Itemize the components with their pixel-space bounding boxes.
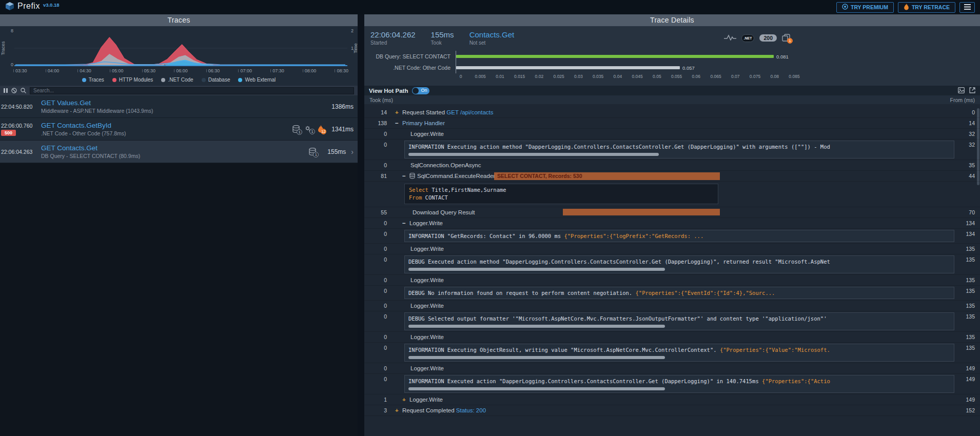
search-input[interactable] <box>30 87 354 94</box>
tree-link[interactable]: Status: 200 <box>456 407 486 413</box>
x-tick-mark <box>77 69 78 72</box>
tree-row[interactable]: 0135Logger.Write <box>364 301 980 311</box>
gears-icon: 1 <box>305 125 312 133</box>
pause-icon[interactable] <box>4 88 8 93</box>
log-message-box: INFORMATION Executed action "DapperLoggi… <box>404 375 954 393</box>
hotpath-highlight-bar: SELECT CONTACT, Records: 530 <box>494 172 720 180</box>
legend-item-database[interactable]: Database <box>202 77 230 83</box>
x-axis-label: 08:30 <box>335 68 348 73</box>
tree-row[interactable]: 0149INFORMATION Executed action "DapperL… <box>364 374 980 394</box>
tree-text: Logger.Write <box>409 220 443 226</box>
dotnet-badge: .NET <box>741 34 755 42</box>
tree-row[interactable]: 032Logger.Write <box>364 129 980 140</box>
from-cell: 135 <box>956 288 975 294</box>
axis-tick-label: 0.075 <box>750 74 760 79</box>
tree-row[interactable]: 140+Request Started GET /api/contacts <box>364 107 980 118</box>
took-cell: 0 <box>364 345 387 351</box>
trace-row[interactable]: 22:06:04.263GET Contacts.GetDB Query - S… <box>0 141 358 163</box>
from-cell: 135 <box>956 313 975 320</box>
tree-row[interactable]: 5570Download Query Result <box>364 207 980 218</box>
tree-row[interactable]: 8144−SqlCommand.ExecuteReaderAsyncSELECT… <box>364 171 980 182</box>
log-progress-bar <box>408 356 665 359</box>
legend-item-traces[interactable]: Traces <box>82 77 104 83</box>
open-external-icon[interactable] <box>969 86 975 95</box>
trace-details-panel: Trace Details 22:06:04.262 Started 155ms… <box>364 14 980 436</box>
trace-name-link[interactable]: Contacts.Get <box>469 30 515 39</box>
x-tick-mark <box>238 69 239 72</box>
trace-title-link[interactable]: GET Values.Get <box>41 99 329 107</box>
try-retrace-button[interactable]: TRY RETRACE <box>898 2 955 13</box>
tree-text: CONTACT <box>422 194 448 201</box>
tree-row-content: Logger.Write <box>410 130 955 138</box>
tree-row[interactable]: 0135Logger.Write <box>364 244 980 254</box>
clear-icon[interactable] <box>11 88 17 93</box>
took-cell: 0 <box>364 231 387 237</box>
tree-row[interactable]: 0135INFORMATION Executing ObjectResult, … <box>364 343 980 363</box>
x-tick-mark <box>142 69 143 72</box>
legend-item-http-modules[interactable]: HTTP Modules <box>112 77 153 83</box>
export-image-icon[interactable] <box>958 86 965 95</box>
hotpath-bar: View Hot Path On <box>364 86 980 95</box>
stack-icon[interactable]: 1 <box>782 34 790 42</box>
trace-row[interactable]: 22:06:00.760500GET Contacts.GetById.NET … <box>0 118 358 141</box>
tree-text: Primary Handler <box>402 120 445 126</box>
tree-row[interactable]: 0135DEBUG No information found on reques… <box>364 286 980 301</box>
menu-button[interactable] <box>959 2 975 13</box>
download-result-label: Download Query Result <box>413 209 475 215</box>
expander-minus-icon[interactable]: − <box>395 119 400 127</box>
tree-text: DEBUG No information found on request to… <box>408 290 636 296</box>
tree-row[interactable]: 0135DEBUG Selected output formatter '"Mi… <box>364 311 980 332</box>
tree-text: Logger.Write <box>410 246 444 252</box>
log-progress-bar <box>408 387 665 390</box>
from-cell: 152 <box>956 407 975 413</box>
tree-text: Title,FirstName,Surname <box>428 187 506 193</box>
legend-item-web-external[interactable]: Web External <box>238 77 276 83</box>
sql-line: From CONTACT <box>409 194 714 202</box>
x-label-text: 07:30 <box>272 68 284 73</box>
tree-link[interactable]: GET /api/contacts <box>446 109 493 115</box>
expander-plus-icon[interactable]: + <box>395 406 400 414</box>
from-cell: 135 <box>956 256 975 263</box>
took-cell: 0 <box>364 376 387 382</box>
x-label-text: 05:30 <box>144 68 156 73</box>
search-icon[interactable] <box>21 88 26 93</box>
tree-row[interactable]: 0134−Logger.Write <box>364 218 980 229</box>
tree-row[interactable]: 0135Logger.Write <box>364 332 980 343</box>
tree-row[interactable]: Select Title,FirstName,SurnameFrom CONTA… <box>364 182 980 207</box>
app-name: Prefix <box>17 2 40 11</box>
axis-tick-label: 0.04 <box>614 74 622 79</box>
trace-title-link[interactable]: GET Contacts.Get <box>41 144 309 152</box>
trace-title-link[interactable]: GET Contacts.GetById <box>41 122 292 129</box>
log-message-box: DEBUG Selected output formatter '"Micros… <box>404 312 954 330</box>
expander-minus-icon[interactable]: − <box>402 172 407 180</box>
tree-row[interactable]: 0135DEBUG Executed action method "Dapper… <box>364 254 980 275</box>
x-label-text: 03:30 <box>15 68 27 73</box>
expander-plus-icon[interactable]: + <box>395 108 400 116</box>
took-value: 155ms <box>431 30 454 39</box>
expander-minus-icon[interactable]: − <box>402 219 407 227</box>
tree-row[interactable]: 0149Logger.Write <box>364 363 980 374</box>
took-cell: 0 <box>364 288 387 294</box>
axis-tick-label: 0.015 <box>514 74 525 79</box>
try-retrace-label: TRY RETRACE <box>912 4 950 10</box>
tree-row[interactable]: 035SqlConnection.OpenAsync <box>364 160 980 171</box>
tree-text: {"Properties":{"EventId":{"Id":4},"Sourc… <box>636 290 775 296</box>
from-cell: 32 <box>956 131 975 137</box>
tree-row[interactable]: 3152+Request Completed Status: 200 <box>364 405 980 416</box>
legend-item--net-code[interactable]: .NET Code <box>161 77 193 83</box>
took-cell: 0 <box>364 162 387 168</box>
tree-row[interactable]: 13814−Primary Handler <box>364 118 980 129</box>
trace-row[interactable]: 22:04:50.820GET Values.GetMiddleware - A… <box>0 95 358 118</box>
tree-text: INFORMATION Executing action method "Dap… <box>408 144 830 150</box>
expander-plus-icon[interactable]: + <box>402 395 407 404</box>
tree-row[interactable]: 032INFORMATION Executing action method "… <box>364 140 980 160</box>
try-premium-button[interactable]: TRY PREMIUM <box>836 2 894 13</box>
took-cell: 0 <box>364 220 387 226</box>
trace-timestamp: 22:06:04.263 <box>1 149 32 155</box>
tree-row[interactable]: 0134INFORMATION "GetRecords: Contact" in… <box>364 229 980 244</box>
hotpath-toggle[interactable]: On <box>412 87 429 94</box>
duration-bar-row: .NET Code: Other Code0.057 <box>368 62 794 73</box>
tree-row-content: INFORMATION Executing action method "Dap… <box>404 141 955 158</box>
tree-row[interactable]: 0135Logger.Write <box>364 275 980 286</box>
tree-row[interactable]: 1149+Logger.Write <box>364 394 980 405</box>
